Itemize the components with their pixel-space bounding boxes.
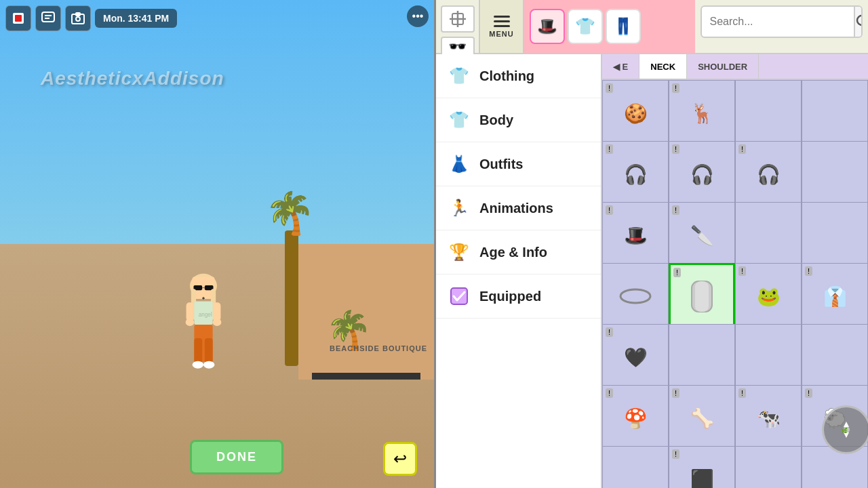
svg-rect-36 — [695, 281, 709, 312]
panel-content: 👕 Clothing 👕 Body 👗 Outfits 🏃 Animations — [436, 54, 868, 488]
equipped-icon — [447, 284, 471, 308]
menu-item-body[interactable]: 👕 Body — [436, 98, 601, 142]
clothing-icon: 👕 — [447, 64, 471, 88]
list-item[interactable]: ! 🔪 — [669, 202, 735, 268]
svg-rect-1 — [15, 15, 22, 22]
item-badge: ! — [672, 205, 679, 215]
list-item[interactable]: ! 🍪 — [602, 80, 669, 146]
tab-shirt[interactable]: 👕 — [568, 9, 603, 44]
menu-label: MENU — [489, 30, 513, 38]
tab-pants[interactable]: 👖 — [606, 9, 641, 44]
item-badge: ! — [672, 449, 679, 459]
svg-text:🌿: 🌿 — [841, 427, 848, 434]
item-badge: ! — [672, 388, 679, 398]
screenshot-btn[interactable] — [65, 5, 91, 31]
avatar-icon-box[interactable] — [441, 5, 475, 33]
item-badge: ! — [606, 83, 613, 93]
item-badge: ! — [606, 327, 613, 337]
menu-items-list: 👕 Clothing 👕 Body 👗 Outfits 🏃 Animations — [436, 54, 601, 319]
watermark: AestheticxAddison — [41, 68, 224, 89]
svg-rect-20 — [214, 302, 221, 321]
list-item[interactable] — [735, 324, 802, 390]
list-item[interactable]: ! 🎩 — [602, 202, 669, 268]
panel-left-sidebar: 🕶️ — [436, 0, 480, 53]
list-item[interactable]: ! 🦴 — [669, 385, 735, 451]
chat-btn[interactable] — [35, 5, 61, 31]
menu-item-age-info[interactable]: 🏆 Age & Info — [436, 230, 601, 274]
list-item[interactable] — [802, 141, 868, 207]
list-item[interactable] — [602, 263, 669, 329]
body-label: Body — [479, 113, 513, 128]
menu-item-clothing[interactable]: 👕 Clothing — [436, 54, 601, 98]
sky-background — [0, 0, 434, 268]
back-icon: ↩ — [393, 449, 407, 468]
character: angel — [170, 264, 237, 400]
svg-point-21 — [186, 319, 195, 326]
list-item[interactable]: ! 🐸 — [735, 263, 802, 329]
list-item[interactable]: ! 🦌 — [669, 80, 735, 146]
svg-marker-37 — [844, 422, 849, 427]
roblox-logo-btn[interactable] — [5, 5, 31, 31]
svg-point-27 — [203, 361, 214, 369]
menu-item-animations[interactable]: 🏃 Animations — [436, 186, 601, 230]
list-item[interactable]: ! 👔 — [802, 263, 868, 329]
list-item[interactable]: ! 🎧 — [602, 141, 669, 207]
outfits-label: Outfits — [479, 157, 523, 172]
menu-icon — [494, 16, 510, 27]
item-badge: ! — [606, 144, 613, 154]
list-item[interactable] — [802, 80, 868, 146]
svg-point-26 — [193, 361, 203, 369]
body-icon: 👕 — [447, 108, 471, 132]
list-item[interactable]: ! 🐄 — [735, 385, 802, 451]
search-input[interactable] — [702, 10, 854, 33]
time-display: Mon. 13:41 PM — [95, 9, 177, 28]
list-item[interactable] — [735, 202, 802, 268]
svg-rect-2 — [42, 12, 54, 22]
joystick-btn[interactable]: 🌿 — [822, 405, 868, 454]
list-item[interactable] — [735, 446, 802, 488]
list-item[interactable]: ! 🎧 — [669, 141, 735, 207]
item-badge: ! — [673, 268, 681, 277]
list-item[interactable] — [669, 324, 735, 390]
game-viewport: 🌴 🌴 BEACHSIDE BOUTIQUE Mon. 1 — [0, 0, 434, 488]
item-badge: ! — [805, 388, 812, 398]
list-item[interactable]: ! 🐑 🌿 — [802, 385, 868, 451]
done-button[interactable]: DONE — [190, 440, 283, 474]
items-grid: ! 🍪 ! 🦌 ! 🎧 ! 🎧 — [602, 80, 868, 488]
list-item[interactable] — [802, 324, 868, 390]
clothing-label: Clothing — [479, 68, 534, 84]
search-button[interactable] — [854, 5, 863, 38]
list-item[interactable] — [602, 446, 669, 488]
svg-rect-24 — [194, 338, 202, 363]
svg-point-22 — [213, 319, 222, 326]
cat-tab-neck[interactable]: NECK — [639, 54, 687, 79]
list-item[interactable]: ! 🖤 — [602, 324, 669, 390]
cat-tab-prev[interactable]: ◀ E — [602, 54, 639, 79]
age-info-label: Age & Info — [479, 245, 547, 260]
item-badge: ! — [606, 388, 613, 398]
item-badge: ! — [606, 205, 613, 215]
list-item[interactable]: ! ⬛ — [669, 446, 735, 488]
item-badge: ! — [672, 144, 679, 154]
list-item[interactable] — [802, 446, 868, 488]
list-item[interactable]: ! — [669, 263, 735, 329]
panel-header: 🕶️ MENU 🎩 👕 👖 — [436, 0, 868, 54]
list-item[interactable]: ! 🎧 — [735, 141, 802, 207]
item-badge: ! — [672, 83, 679, 93]
svg-point-6 — [76, 17, 80, 21]
list-item[interactable] — [735, 80, 802, 146]
cat-tab-shoulder[interactable]: SHOULDER — [687, 54, 759, 79]
more-options-button[interactable]: ••• — [407, 5, 429, 27]
tab-hat[interactable]: 🎩 — [530, 9, 565, 44]
list-item[interactable]: ! 🍄 — [602, 385, 669, 451]
animations-label: Animations — [479, 201, 553, 216]
back-button[interactable]: ↩ — [383, 442, 417, 476]
svg-point-34 — [620, 289, 650, 303]
list-item[interactable] — [802, 202, 868, 268]
menu-item-outfits[interactable]: 👗 Outfits — [436, 142, 601, 186]
menu-button[interactable]: MENU — [480, 0, 524, 53]
menu-item-equipped[interactable]: Equipped — [436, 274, 601, 319]
animations-icon: 🏃 — [447, 196, 471, 220]
svg-rect-25 — [205, 338, 213, 363]
item-badge: ! — [738, 144, 746, 154]
